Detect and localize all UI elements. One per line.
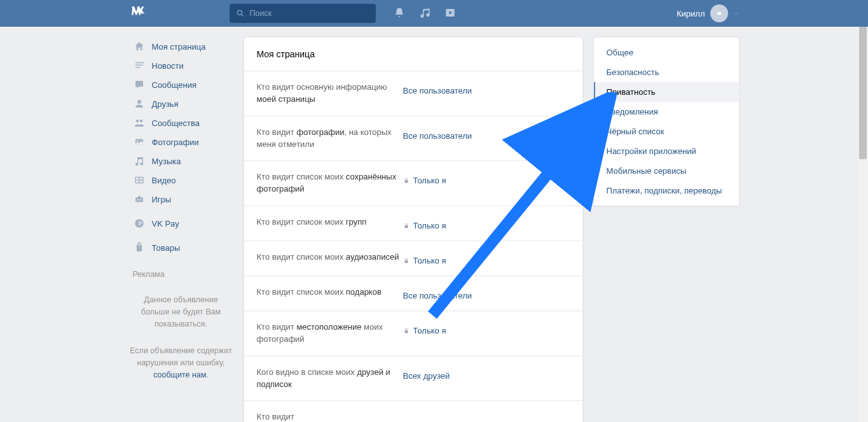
row-label: Кто видит список моих сохранённых фотогр… <box>257 171 403 195</box>
sidebar-item[interactable]: Видео <box>129 171 233 190</box>
row-value[interactable]: Только я <box>403 171 446 185</box>
content-title: Моя страница <box>244 38 582 71</box>
svg-rect-4 <box>717 12 721 15</box>
row-value[interactable]: Все пользователи <box>403 127 472 141</box>
nav-icon <box>133 40 146 53</box>
sidebar-item-label: Сообщества <box>152 118 200 128</box>
settings-tab[interactable]: Уведомления <box>594 102 739 122</box>
sidebar-item-label: Игры <box>152 195 172 204</box>
sidebar-item[interactable]: Сообщества <box>129 113 233 132</box>
row-label: Кто видит местоположение моих фотографий <box>257 321 403 346</box>
nav-icon <box>133 136 146 148</box>
scrollbar[interactable] <box>858 0 868 422</box>
settings-tab[interactable]: Мобильные сервисы <box>594 161 739 181</box>
privacy-row: Кто видит список моих подарковВсе пользо… <box>244 276 582 311</box>
nav-icon <box>133 241 146 254</box>
row-label: Кто видит список моих аудиозаписей <box>257 251 403 264</box>
sidebar-item[interactable]: Друзья <box>129 94 233 113</box>
search-input[interactable] <box>250 9 369 18</box>
svg-point-6 <box>137 100 141 104</box>
svg-line-1 <box>241 15 243 17</box>
lock-icon <box>403 177 410 185</box>
sidebar-item-label: Музыка <box>152 157 181 166</box>
bell-icon[interactable] <box>394 7 405 20</box>
svg-rect-20 <box>404 225 408 228</box>
sidebar-item[interactable]: Сообщения <box>129 75 233 94</box>
svg-point-7 <box>135 120 139 123</box>
row-label: Кто видит список моих подарков <box>257 286 403 299</box>
sidebar-item[interactable]: VK Pay <box>129 214 233 233</box>
settings-tab[interactable]: Приватность <box>594 82 739 102</box>
svg-rect-15 <box>139 181 142 183</box>
sidebar: Моя страницаНовостиСообщенияДрузьяСообще… <box>129 37 233 422</box>
ad-label: Реклама <box>129 270 233 279</box>
sidebar-item[interactable]: Моя страница <box>129 37 233 56</box>
svg-point-17 <box>140 199 141 200</box>
row-label: Кого видно в списке моих друзей и подпис… <box>257 367 403 391</box>
row-value[interactable]: Только я <box>403 251 446 265</box>
username: Кирилл <box>677 9 705 18</box>
sidebar-item[interactable]: Товары <box>129 238 233 257</box>
settings-tab[interactable]: Платежи, подписки, переводы <box>594 181 739 200</box>
privacy-row: Кто видит основную информацию моей стран… <box>244 71 582 116</box>
ad-report-link[interactable]: сообщите нам <box>153 370 206 379</box>
content-panel: Моя страница Кто видит основную информац… <box>244 37 583 422</box>
vk-logo[interactable] <box>129 4 224 24</box>
nav-icon <box>133 155 146 167</box>
sidebar-item[interactable]: Новости <box>129 56 233 75</box>
settings-tab[interactable]: Общее <box>594 43 739 62</box>
settings-tabs: ОбщееБезопасностьПриватностьУведомленияЧ… <box>593 37 740 206</box>
sidebar-item-label: VK Pay <box>152 219 179 229</box>
sidebar-item[interactable]: Фотографии <box>129 132 233 151</box>
user-menu[interactable]: Кирилл <box>677 4 740 22</box>
row-value[interactable]: Все пользователи <box>403 286 472 300</box>
sidebar-item-label: Сообщения <box>152 80 197 90</box>
row-label: Кто видит основную информацию моей стран… <box>257 81 403 106</box>
play-icon[interactable] <box>444 7 456 20</box>
nav-icon <box>133 97 146 110</box>
ad-text-1: Данное объявление больше не будет Вам по… <box>129 294 233 330</box>
row-value[interactable]: Всех друзей <box>403 367 450 381</box>
privacy-row: Кто видит список моих сохранённых фотогр… <box>244 160 582 206</box>
lock-icon <box>403 257 410 265</box>
row-value[interactable]: Только я <box>403 216 446 230</box>
nav-icon <box>133 174 146 186</box>
header-icons <box>394 7 456 20</box>
svg-point-8 <box>139 120 142 123</box>
music-icon[interactable] <box>419 7 431 20</box>
settings-tab[interactable]: Чёрный список <box>594 122 739 141</box>
sidebar-item[interactable]: Игры <box>129 190 233 209</box>
svg-rect-21 <box>404 260 408 263</box>
svg-point-0 <box>237 10 242 15</box>
main: Моя страница Кто видит основную информац… <box>244 37 740 422</box>
row-value[interactable]: Все пользователи <box>403 81 472 95</box>
layout: Моя страницаНовостиСообщенияДрузьяСообще… <box>129 27 740 422</box>
sidebar-item-label: Друзья <box>152 99 179 109</box>
svg-rect-14 <box>135 181 139 183</box>
settings-tab[interactable]: Безопасность <box>594 62 739 82</box>
sidebar-item[interactable]: Музыка <box>129 151 233 171</box>
header: Кирилл <box>0 0 868 27</box>
lock-icon <box>403 222 410 230</box>
svg-point-5 <box>141 62 143 64</box>
nav-icon <box>133 193 146 206</box>
privacy-row: Кто видит список моих группТолько я <box>244 206 582 241</box>
privacy-row: Кто видит список моих аудиозаписейТолько… <box>244 241 582 276</box>
svg-rect-22 <box>404 330 408 333</box>
sidebar-item-label: Моя страница <box>152 42 206 52</box>
row-value[interactable]: Только я <box>403 321 446 335</box>
settings-tab[interactable]: Настройки приложений <box>594 141 739 161</box>
svg-point-16 <box>137 199 138 200</box>
privacy-row: Кто видит <box>244 400 582 422</box>
nav-icon <box>133 116 146 129</box>
header-inner: Кирилл <box>129 4 740 24</box>
row-label: Кто видит <box>257 411 403 422</box>
nav-icon <box>133 217 146 230</box>
svg-rect-19 <box>404 180 408 183</box>
chevron-down-icon <box>733 10 740 17</box>
nav-icon <box>133 59 146 72</box>
sidebar-item-label: Видео <box>152 176 176 185</box>
search-box[interactable] <box>230 4 376 23</box>
privacy-row: Кто видит местоположение моих фотографий… <box>244 311 582 356</box>
row-label: Кто видит список моих групп <box>257 216 403 229</box>
